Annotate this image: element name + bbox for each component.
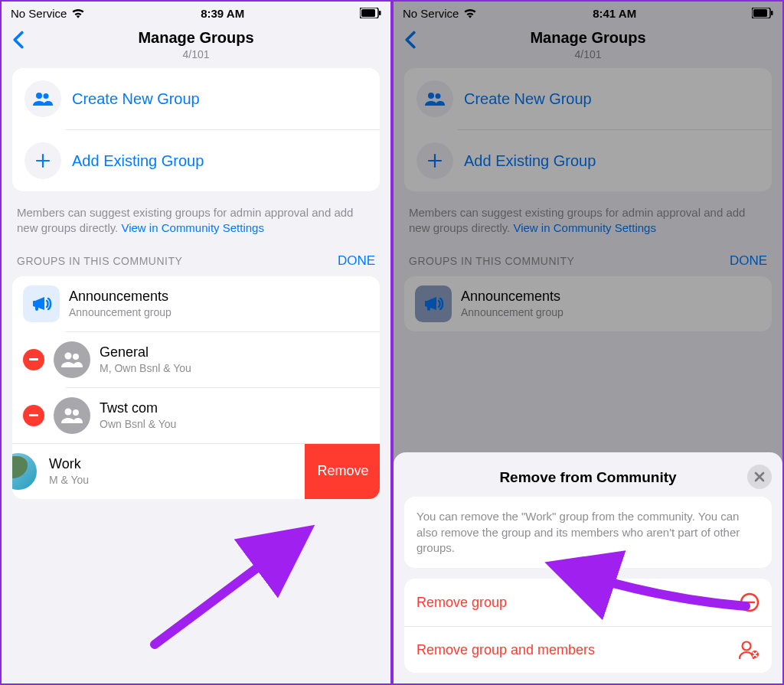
plus-icon-circle	[416, 142, 453, 179]
sheet-title: Remove from Community	[499, 469, 676, 486]
plus-icon	[35, 153, 51, 168]
status-bar: No Service 8:41 AM	[394, 2, 782, 24]
wifi-icon	[463, 8, 477, 18]
group-title: Twst com	[100, 400, 369, 416]
group-subtitle: M, Own Bsnl & You	[100, 362, 369, 374]
svg-point-3	[36, 93, 42, 99]
close-icon	[754, 471, 765, 482]
svg-point-16	[743, 642, 751, 651]
row-text: Twst com Own Bsnl & You	[100, 400, 369, 430]
remove-group-label: Remove group	[416, 595, 507, 611]
carrier-text: No Service	[403, 7, 459, 20]
people-icon-circle	[24, 80, 61, 117]
megaphone-icon	[31, 295, 52, 313]
plus-icon-circle	[24, 142, 61, 179]
svg-point-8	[73, 409, 79, 416]
phone-screen-right: No Service 8:41 AM Manage Groups 4/101 C…	[392, 0, 784, 685]
group-row-announcements[interactable]: Announcements Announcement group	[404, 276, 772, 331]
create-new-group-row[interactable]: Create New Group	[404, 68, 772, 129]
status-right	[752, 8, 773, 18]
status-right	[360, 8, 381, 18]
sheet-header: Remove from Community	[404, 463, 772, 497]
delete-minus-button[interactable]	[23, 349, 44, 370]
people-icon	[61, 352, 83, 367]
page-title: Manage Groups	[138, 29, 253, 47]
svg-rect-10	[753, 9, 767, 17]
action-card: Create New Group Add Existing Group	[12, 68, 380, 191]
back-button[interactable]	[12, 31, 24, 49]
svg-point-12	[428, 93, 434, 99]
wifi-icon	[71, 8, 85, 18]
hint-text: Members can suggest existing groups for …	[404, 191, 772, 253]
svg-point-7	[65, 408, 72, 415]
remove-group-members-label: Remove group and members	[416, 642, 595, 658]
people-icon	[61, 408, 83, 423]
group-subtitle: Announcement group	[69, 306, 369, 318]
community-settings-link[interactable]: View in Community Settings	[513, 221, 655, 234]
add-existing-label: Add Existing Group	[464, 152, 596, 170]
remove-button[interactable]: Remove	[305, 444, 380, 499]
people-icon	[425, 92, 445, 106]
community-settings-link[interactable]: View in Community Settings	[121, 221, 263, 234]
status-left: No Service	[11, 7, 85, 20]
section-header: GROUPS IN THIS COMMUNITY DONE	[404, 253, 772, 276]
group-avatar-work	[12, 453, 37, 490]
group-avatar	[54, 341, 90, 378]
group-row-work[interactable]: Work M & You Remove	[12, 444, 380, 499]
clock: 8:39 AM	[201, 7, 244, 20]
phone-screen-left: No Service 8:39 AM Manage Groups 4/101 C…	[0, 0, 392, 685]
group-row-general[interactable]: General M, Own Bsnl & You	[12, 332, 380, 387]
done-button[interactable]: DONE	[338, 253, 375, 269]
svg-point-5	[65, 352, 72, 359]
group-subtitle: M & You	[49, 474, 303, 486]
battery-icon	[752, 8, 773, 18]
row-text: General M, Own Bsnl & You	[100, 344, 369, 374]
row-text: Announcements Announcement group	[461, 289, 761, 318]
sheet-info: You can remove the "Work" group from the…	[404, 497, 772, 568]
remove-sheet: Remove from Community You can remove the…	[394, 452, 782, 683]
group-title: Announcements	[69, 289, 369, 305]
megaphone-icon	[423, 295, 444, 313]
svg-rect-2	[379, 11, 381, 15]
remove-group-action[interactable]: Remove group	[404, 579, 772, 626]
chevron-left-icon	[404, 31, 416, 49]
remove-group-members-action[interactable]: Remove group and members	[404, 626, 772, 673]
group-subtitle: Announcement group	[461, 306, 761, 318]
section-title: GROUPS IN THIS COMMUNITY	[409, 255, 574, 267]
remove-label: Remove	[317, 463, 368, 479]
back-button[interactable]	[404, 31, 416, 49]
group-title: General	[100, 344, 369, 360]
groups-list: Announcements Announcement group	[404, 276, 772, 331]
group-title: Announcements	[461, 289, 761, 305]
done-button[interactable]: DONE	[730, 253, 767, 269]
title-block: Manage Groups 4/101	[530, 29, 645, 60]
create-new-group-row[interactable]: Create New Group	[12, 68, 380, 129]
hint-text: Members can suggest existing groups for …	[12, 191, 380, 253]
plus-icon	[427, 153, 443, 168]
title-block: Manage Groups 4/101	[138, 29, 253, 60]
nav-header: Manage Groups 4/101	[2, 24, 390, 68]
megaphone-avatar	[23, 285, 60, 322]
content-area: Create New Group Add Existing Group Memb…	[2, 68, 390, 683]
group-row-twst[interactable]: Twst com Own Bsnl & You	[12, 388, 380, 443]
page-subtitle: 4/101	[138, 48, 253, 60]
svg-point-6	[73, 354, 79, 360]
minus-circle-icon	[740, 592, 760, 612]
nav-header: Manage Groups 4/101	[394, 24, 782, 68]
section-title: GROUPS IN THIS COMMUNITY	[17, 255, 182, 267]
carrier-text: No Service	[11, 7, 67, 20]
group-avatar	[54, 397, 90, 434]
add-existing-group-row[interactable]: Add Existing Group	[12, 130, 380, 191]
group-subtitle: Own Bsnl & You	[100, 418, 369, 430]
close-button[interactable]	[747, 465, 772, 489]
people-icon-circle	[416, 80, 453, 117]
action-card: Create New Group Add Existing Group	[404, 68, 772, 191]
add-existing-group-row[interactable]: Add Existing Group	[404, 130, 772, 191]
svg-point-4	[44, 93, 49, 99]
delete-minus-button[interactable]	[23, 405, 44, 426]
svg-rect-11	[771, 11, 773, 15]
group-row-announcements[interactable]: Announcements Announcement group	[12, 276, 380, 331]
groups-list: Announcements Announcement group General…	[12, 276, 380, 499]
status-left: No Service	[403, 7, 477, 20]
page-subtitle: 4/101	[530, 48, 645, 60]
